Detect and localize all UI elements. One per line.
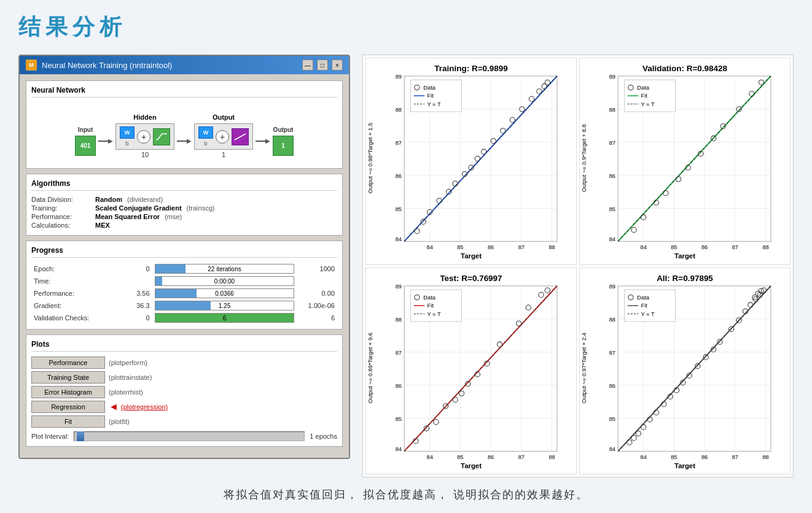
svg-text:87: 87 xyxy=(609,349,615,355)
interval-slider[interactable] xyxy=(74,431,305,441)
svg-text:84: 84 xyxy=(609,236,615,242)
svg-text:Fit: Fit xyxy=(641,93,647,99)
plot-btn-row-3: Regression ◄ (plotregression) xyxy=(31,401,337,413)
algo-row-1: Training: Scaled Conjugate Gradient (tra… xyxy=(31,204,337,212)
algo-val-0: Random xyxy=(95,196,122,203)
training-state-button[interactable]: Training State xyxy=(31,371,105,384)
svg-text:89: 89 xyxy=(396,74,402,80)
progress-section: Progress Epoch: 0 22 iterations xyxy=(26,241,343,330)
b-label-2: b xyxy=(204,141,207,147)
nntool-titlebar: M Neural Network Training (nntraintool) … xyxy=(20,56,349,74)
hidden-container: W b + xyxy=(115,123,174,150)
svg-text:87: 87 xyxy=(518,244,525,250)
titlebar-left: M Neural Network Training (nntraintool) xyxy=(26,60,172,71)
minimize-button[interactable]: — xyxy=(302,60,313,71)
svg-text:88: 88 xyxy=(762,453,768,460)
nntool-window: M Neural Network Training (nntraintool) … xyxy=(18,55,350,459)
training-plot-svg: Training: R=0.9899 xyxy=(366,58,576,264)
input-block: 401 xyxy=(75,136,96,156)
bottom-text: 将拟合值对真实值回归， 拟合优度越高， 说明拟合的的效果越好。 xyxy=(18,487,794,502)
progress-row-0: Epoch: 0 22 iterations 1000 xyxy=(31,263,337,275)
svg-text:84: 84 xyxy=(396,446,402,452)
output-container: W b + xyxy=(194,123,253,150)
prog-bar-text-2: 0.0366 xyxy=(155,289,294,298)
svg-text:85: 85 xyxy=(457,244,463,250)
algo-key-1: Training: xyxy=(31,204,93,212)
svg-text:86: 86 xyxy=(701,244,708,250)
w-block-1: W b xyxy=(120,126,135,147)
regression-plots-panel: Training: R=0.9899 xyxy=(362,55,794,477)
regression-sub-area: ◄ (plotregression) xyxy=(109,401,168,412)
prog-label-4: Validation Checks: xyxy=(31,312,120,324)
svg-text:86: 86 xyxy=(609,382,615,388)
svg-text:85: 85 xyxy=(671,453,677,460)
regression-sub: (plotregression) xyxy=(121,403,168,411)
svg-text:85: 85 xyxy=(671,244,677,250)
algo-val-2: Mean Squared Error xyxy=(95,213,160,220)
interval-thumb[interactable] xyxy=(77,431,84,441)
network-diagram: Input 401 ▶ Hidden W b xyxy=(31,102,337,163)
algo-row-3: Calculations: MEX xyxy=(31,222,337,229)
prog-end-2: 0.00 xyxy=(297,287,337,299)
output-final-group: Output 1 xyxy=(273,126,294,156)
w-block-2: W b xyxy=(198,126,213,147)
algo-key-3: Calculations: xyxy=(31,222,93,229)
maximize-button[interactable]: □ xyxy=(317,60,328,71)
prog-bar-0: 22 iterations xyxy=(152,263,297,275)
prog-start-3: 36.3 xyxy=(120,299,152,312)
svg-text:88: 88 xyxy=(548,244,555,250)
training-state-sub: (plottrainstate) xyxy=(109,374,152,381)
svg-text:87: 87 xyxy=(518,453,525,460)
hidden-size: 10 xyxy=(115,151,174,158)
prog-label-2: Performance: xyxy=(31,287,120,299)
svg-text:Target: Target xyxy=(461,462,482,469)
svg-text:Validation: R=0.98428: Validation: R=0.98428 xyxy=(642,64,728,73)
svg-text:85: 85 xyxy=(457,453,463,460)
test-plot: Test: R=0.76997 xyxy=(365,268,577,475)
content-area: M Neural Network Training (nntraintool) … xyxy=(18,55,794,477)
all-plot-svg: All: R=0.97895 xyxy=(580,268,790,474)
validation-plot-svg: Validation: R=0.98428 xyxy=(580,58,790,264)
svg-text:85: 85 xyxy=(396,206,402,212)
progress-row-2: Performance: 3.56 0.0366 0.00 xyxy=(31,287,337,299)
algorithms-title: Algorithms xyxy=(31,179,337,191)
progress-row-4: Validation Checks: 0 6 6 xyxy=(31,312,337,324)
svg-text:87: 87 xyxy=(396,140,402,146)
output-label: Output xyxy=(213,114,235,121)
prog-label-0: Epoch: xyxy=(31,263,120,275)
progress-row-3: Gradient: 36.3 1.25 1.00e-06 xyxy=(31,299,337,312)
close-button[interactable]: × xyxy=(332,60,343,71)
svg-text:All: R=0.97895: All: R=0.97895 xyxy=(657,273,713,282)
svg-text:Target: Target xyxy=(674,252,695,260)
svg-text:Y = T: Y = T xyxy=(427,310,440,317)
plus-circle-2: + xyxy=(216,130,229,144)
prog-start-4: 0 xyxy=(120,312,152,324)
performance-sub: (plotperform) xyxy=(109,359,147,366)
plot-interval-row: Plot Interval: 1 epochs xyxy=(31,431,337,441)
svg-text:86: 86 xyxy=(701,453,708,460)
fit-button[interactable]: Fit xyxy=(31,415,105,428)
performance-button[interactable]: Performance xyxy=(31,357,105,369)
plus-circle-1: + xyxy=(137,130,150,144)
svg-text:Fit: Fit xyxy=(427,303,434,309)
input-label: Input xyxy=(78,126,93,133)
plots-section: Plots Performance (plotperform) Training… xyxy=(26,334,343,447)
svg-text:Output ~= 0.89*Target + 9.6: Output ~= 0.89*Target + 9.6 xyxy=(367,333,373,403)
svg-text:88: 88 xyxy=(609,317,615,323)
regression-button[interactable]: Regression xyxy=(31,401,105,413)
svg-text:Target: Target xyxy=(674,462,695,469)
svg-text:87: 87 xyxy=(609,140,615,146)
prog-end-0: 1000 xyxy=(297,263,337,275)
arrow3: ▶ xyxy=(256,137,270,144)
validation-plot: Validation: R=0.98428 xyxy=(579,58,791,265)
prog-end-1 xyxy=(297,275,337,287)
svg-text:Output ~= 0.9*Target + 8.8: Output ~= 0.9*Target + 8.8 xyxy=(581,125,587,192)
svg-line-0 xyxy=(235,134,246,140)
w-rect-1: W xyxy=(120,126,135,139)
error-histogram-button[interactable]: Error Histogram xyxy=(31,386,105,398)
svg-text:88: 88 xyxy=(609,107,615,113)
algo-sub-0: (dividerand) xyxy=(127,196,163,203)
sigmoid-block xyxy=(153,128,170,145)
svg-text:89: 89 xyxy=(396,284,402,290)
algo-table: Data Division: Random (dividerand) Train… xyxy=(31,196,337,229)
